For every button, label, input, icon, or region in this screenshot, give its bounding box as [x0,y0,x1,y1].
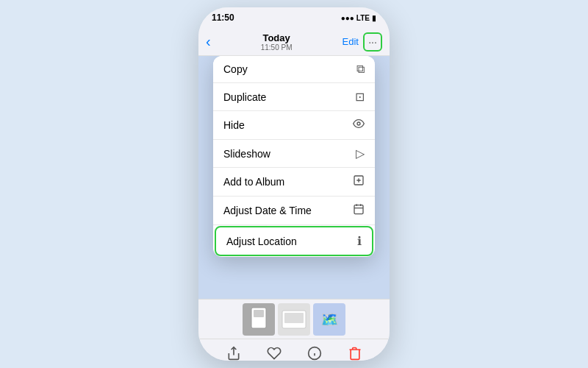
more-button[interactable]: ··· [363,32,382,52]
status-time: 11:50 [212,13,234,23]
svg-rect-4 [354,205,363,214]
status-bar: 11:50 ●●● LTE ▮ [198,7,390,28]
back-button[interactable]: ‹ [206,33,211,50]
copy-icon: ⧉ [356,63,365,76]
delete-button[interactable] [348,346,362,361]
dropdown-menu: Copy ⧉ Duplicate ⊡ Hide Slidesh [213,56,375,257]
bottom-toolbar [198,339,390,361]
hide-icon [353,118,365,132]
menu-item-adjust-date[interactable]: Adjust Date & Time [213,197,375,225]
thumbnail-1[interactable] [243,303,275,336]
menu-item-duplicate[interactable]: Duplicate ⊡ [213,83,375,111]
svg-point-0 [357,122,360,125]
menu-item-slideshow-label: Slideshow [223,148,270,160]
menu-item-hide[interactable]: Hide [213,111,375,140]
adjust-location-icon: ℹ [357,234,362,248]
menu-item-slideshow[interactable]: Slideshow ▷ [213,140,375,168]
thumbnail-2[interactable] [278,303,310,336]
network-type: LTE [356,14,370,22]
menu-item-add-album[interactable]: Add to Album [213,168,375,197]
status-icons: ●●● LTE ▮ [341,14,376,22]
menu-item-adjust-location[interactable]: Adjust Location ℹ [215,226,373,256]
svg-rect-9 [254,310,264,317]
menu-item-copy[interactable]: Copy ⧉ [213,56,375,83]
share-button[interactable] [226,346,241,361]
more-icon: ··· [368,36,377,48]
content-area: 📍 📍 📍 📍 📍 📍 Copy ⧉ Duplicate ⊡ Hide [198,56,390,299]
adjust-date-icon [353,203,365,218]
signal-icon: ●●● [341,14,354,22]
nav-title: Today [261,32,293,43]
duplicate-icon: ⊡ [355,90,365,104]
svg-rect-11 [284,313,304,323]
edit-button[interactable]: Edit [343,36,359,47]
nav-subtitle: 11:50 PM [261,43,293,52]
battery-icon: ▮ [372,14,376,22]
add-album-icon [353,174,365,189]
menu-item-copy-label: Copy [223,63,248,75]
menu-item-add-album-label: Add to Album [223,176,284,188]
thumbnail-strip: 🗺️ [198,299,390,339]
menu-item-adjust-date-label: Adjust Date & Time [223,205,312,216]
info-button[interactable] [307,346,322,361]
thumbnail-3[interactable]: 🗺️ [313,303,345,336]
favorite-button[interactable] [267,346,282,361]
phone-frame: 11:50 ●●● LTE ▮ ‹ Today 11:50 PM Edit ··… [198,7,390,361]
slideshow-icon: ▷ [356,146,365,160]
nav-title-block: Today 11:50 PM [261,32,293,52]
menu-item-adjust-location-label: Adjust Location [226,236,297,247]
nav-bar: ‹ Today 11:50 PM Edit ··· [198,28,390,56]
menu-item-hide-label: Hide [223,119,245,131]
menu-item-duplicate-label: Duplicate [223,91,266,103]
nav-actions: Edit ··· [343,32,382,52]
